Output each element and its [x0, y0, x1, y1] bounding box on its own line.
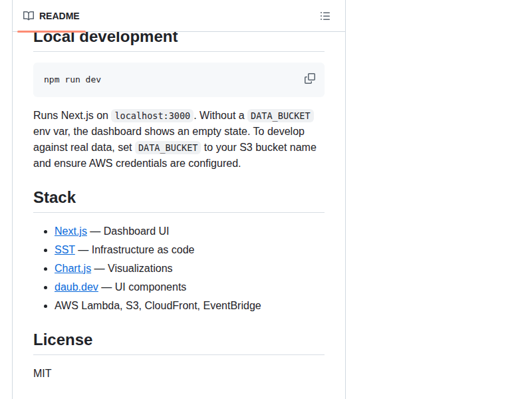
list-item-text: — UI components — [98, 281, 187, 293]
stack-link[interactable]: daub.dev — [55, 281, 98, 293]
tab-readme[interactable]: README — [17, 0, 86, 32]
list-item: SST — Infrastructure as code — [55, 242, 325, 258]
list-item-text: — Infrastructure as code — [75, 244, 195, 255]
list-item: AWS Lambda, S3, CloudFront, EventBridge — [55, 298, 325, 314]
code-block: npm run dev — [33, 63, 325, 97]
list-item: daub.dev — UI components — [55, 279, 325, 295]
list-item: Chart.js — Visualizations — [55, 261, 325, 277]
tab-readme-label: README — [39, 11, 80, 21]
stack-link[interactable]: SST — [55, 244, 75, 255]
license-text: MIT — [33, 366, 325, 382]
inline-code: localhost:3000 — [111, 109, 194, 122]
code-text: npm run dev — [44, 73, 314, 86]
outline-button[interactable] — [315, 5, 336, 27]
stack-link[interactable]: Chart.js — [55, 263, 91, 274]
stack-link[interactable]: Next.js — [55, 225, 87, 237]
intro-paragraph: Runs Next.js on localhost:3000. Without … — [33, 108, 325, 172]
list-item: Next.js — Dashboard UI — [55, 223, 325, 239]
active-tab-indicator — [17, 31, 86, 33]
readme-header: README — [13, 0, 345, 32]
inline-code: DATA_BUCKET — [135, 141, 201, 154]
list-item-text: — Visualizations — [91, 263, 172, 274]
list-item-text: — Dashboard UI — [87, 225, 170, 237]
copy-button[interactable] — [299, 68, 321, 89]
heading-stack: Stack — [33, 188, 325, 213]
list-unordered-icon — [320, 11, 331, 21]
inline-code: DATA_BUCKET — [247, 109, 313, 122]
paragraph-text: Runs Next.js on — [33, 110, 111, 121]
readme-content: Local development npm run dev Runs Next.… — [13, 32, 345, 399]
readme-panel: README Local development npm run dev — [12, 0, 346, 399]
book-icon — [23, 11, 34, 21]
paragraph-text: . Without a — [194, 110, 247, 121]
heading-license: License — [33, 330, 325, 355]
stack-list: Next.js — Dashboard UISST — Infrastructu… — [33, 223, 325, 314]
copy-icon — [305, 73, 315, 84]
heading-local-development: Local development — [33, 32, 325, 52]
list-item-text: AWS Lambda, S3, CloudFront, EventBridge — [55, 300, 261, 311]
